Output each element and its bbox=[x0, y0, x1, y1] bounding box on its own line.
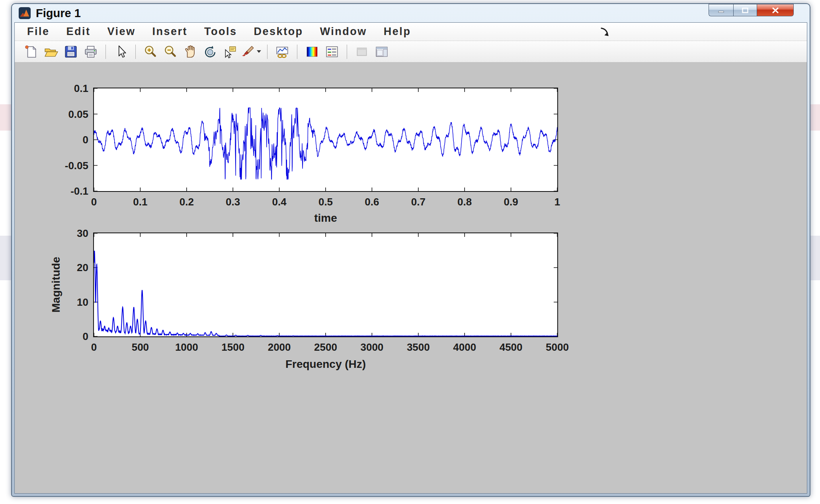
close-button[interactable] bbox=[757, 4, 794, 16]
x-tick-label: 1 bbox=[539, 196, 575, 208]
x-tick-label: 3500 bbox=[400, 341, 436, 353]
y-tick-label: -0.1 bbox=[49, 185, 88, 197]
insert-colorbar-button[interactable] bbox=[302, 43, 322, 61]
pan-hand-icon bbox=[183, 45, 197, 59]
x-tick-label: 2000 bbox=[262, 341, 297, 353]
show-plot-tools-button[interactable] bbox=[372, 43, 392, 61]
insert-legend-button[interactable] bbox=[322, 43, 342, 61]
x-tick-label: 500 bbox=[122, 341, 158, 353]
minimize-icon bbox=[716, 7, 726, 14]
menu-bar: FileEditViewInsertToolsDesktopWindowHelp bbox=[15, 23, 807, 41]
menu-file[interactable]: File bbox=[19, 24, 58, 39]
edit-plot-arrow-icon bbox=[113, 45, 128, 59]
figure-canvas: time Frequency (Hz) Magnitude 00.10.20.3… bbox=[15, 63, 807, 493]
pan-hand-button[interactable] bbox=[180, 43, 200, 61]
x-tick-label: 2500 bbox=[308, 341, 344, 353]
frequency-axis-label: Frequency (Hz) bbox=[93, 358, 558, 371]
title-bar[interactable]: Figure 1 bbox=[12, 4, 810, 22]
y-tick-label: 0.1 bbox=[49, 82, 88, 94]
maximize-button[interactable] bbox=[733, 4, 757, 16]
x-tick-label: 4000 bbox=[447, 341, 482, 353]
hide-plot-tools-button[interactable] bbox=[352, 43, 372, 61]
x-tick-label: 4500 bbox=[493, 341, 529, 353]
x-tick-label: 0.6 bbox=[354, 196, 390, 208]
open-file-button[interactable] bbox=[41, 43, 61, 61]
zoom-in-button[interactable] bbox=[141, 43, 160, 61]
zoom-out-icon bbox=[163, 45, 178, 59]
print-figure-button[interactable] bbox=[81, 43, 101, 61]
x-tick-label: 0.9 bbox=[493, 196, 529, 208]
rotate-3d-icon bbox=[203, 45, 217, 59]
window-controls bbox=[709, 4, 794, 16]
menu-view[interactable]: View bbox=[99, 24, 144, 39]
maximize-icon bbox=[740, 7, 750, 14]
y-tick-label: 30 bbox=[49, 227, 88, 239]
toolbar-divider bbox=[267, 45, 267, 59]
x-tick-label: 0.5 bbox=[308, 196, 344, 208]
toolbar-divider bbox=[347, 45, 347, 59]
menu-help[interactable]: Help bbox=[375, 24, 420, 39]
menu-insert[interactable]: Insert bbox=[144, 24, 196, 39]
x-tick-label: 1500 bbox=[215, 341, 251, 353]
open-file-icon bbox=[44, 45, 58, 59]
edit-plot-arrow-button[interactable] bbox=[111, 43, 131, 61]
x-tick-label: 0.1 bbox=[122, 196, 158, 208]
time-plot-area[interactable] bbox=[93, 88, 558, 192]
menu-desktop[interactable]: Desktop bbox=[246, 24, 312, 39]
zoom-out-button[interactable] bbox=[160, 43, 180, 61]
close-icon bbox=[770, 7, 781, 14]
rotate-3d-button[interactable] bbox=[200, 43, 220, 61]
link-plot-icon bbox=[275, 45, 289, 59]
menu-edit[interactable]: Edit bbox=[58, 24, 99, 39]
brush-dropdown-caret-icon[interactable] bbox=[256, 50, 262, 53]
menu-items: FileEditViewInsertToolsDesktopWindowHelp bbox=[19, 24, 419, 39]
toolbar bbox=[15, 41, 807, 63]
toolbar-divider bbox=[297, 45, 297, 59]
minimize-button[interactable] bbox=[709, 4, 733, 16]
save-figure-icon bbox=[64, 45, 78, 59]
y-tick-label: 20 bbox=[49, 262, 88, 273]
zoom-in-icon bbox=[143, 45, 158, 59]
spectrum-plot-area[interactable] bbox=[93, 232, 558, 337]
figure-client-area: FileEditViewInsertToolsDesktopWindowHelp… bbox=[14, 22, 807, 494]
data-cursor-icon bbox=[223, 45, 237, 59]
x-tick-label: 1000 bbox=[169, 341, 205, 353]
brush-data-button[interactable] bbox=[240, 43, 262, 61]
insert-colorbar-icon bbox=[305, 45, 319, 59]
x-tick-label: 0 bbox=[76, 196, 112, 208]
dock-figure-arrow-icon[interactable] bbox=[599, 26, 610, 37]
x-tick-label: 0 bbox=[76, 341, 112, 353]
save-figure-button[interactable] bbox=[61, 43, 81, 61]
y-tick-label: 0 bbox=[49, 134, 88, 146]
y-tick-label: 10 bbox=[49, 296, 88, 308]
figure-window: Figure 1 FileEditViewInsertToolsDesktopW… bbox=[11, 3, 810, 497]
new-figure-button[interactable] bbox=[21, 43, 41, 61]
show-plot-tools-icon bbox=[375, 45, 389, 59]
insert-legend-icon bbox=[325, 45, 339, 59]
link-plot-button[interactable] bbox=[272, 43, 292, 61]
brush-data-icon bbox=[241, 45, 255, 59]
menu-window[interactable]: Window bbox=[312, 24, 375, 39]
y-tick-label: 0 bbox=[49, 330, 88, 342]
x-tick-label: 0.3 bbox=[215, 196, 251, 208]
toolbar-divider bbox=[105, 45, 106, 59]
hide-plot-tools-icon bbox=[355, 45, 369, 59]
page-background: Figure 1 FileEditViewInsertToolsDesktopW… bbox=[0, 0, 820, 504]
x-tick-label: 0.7 bbox=[400, 196, 436, 208]
x-tick-label: 0.4 bbox=[262, 196, 297, 208]
data-cursor-button[interactable] bbox=[220, 43, 240, 61]
magnitude-spectrum-plot bbox=[94, 233, 557, 336]
matlab-logo-icon bbox=[18, 7, 31, 20]
window-title: Figure 1 bbox=[36, 7, 81, 20]
toolbar-divider bbox=[135, 45, 136, 59]
time-axis-label: time bbox=[93, 212, 558, 225]
y-tick-label: -0.05 bbox=[49, 160, 88, 172]
x-tick-label: 0.8 bbox=[447, 196, 482, 208]
print-figure-icon bbox=[84, 45, 98, 59]
x-tick-label: 0.2 bbox=[169, 196, 205, 208]
y-tick-label: 0.05 bbox=[49, 108, 88, 120]
menu-tools[interactable]: Tools bbox=[196, 24, 246, 39]
x-tick-label: 5000 bbox=[539, 341, 575, 353]
new-figure-icon bbox=[24, 45, 38, 59]
x-tick-label: 3000 bbox=[354, 341, 390, 353]
